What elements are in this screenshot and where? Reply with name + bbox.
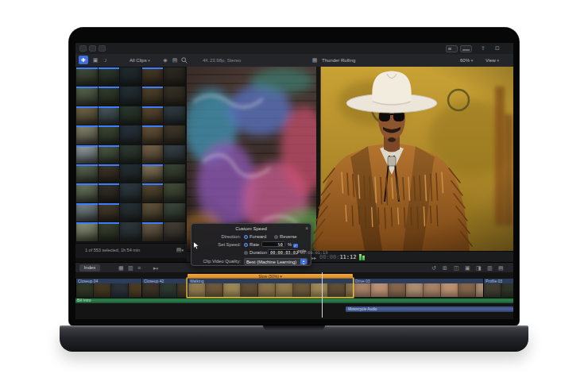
clip-thumbnail[interactable] — [164, 203, 185, 221]
clip-thumbnail[interactable] — [76, 183, 98, 202]
clip-thumbnail[interactable] — [142, 164, 164, 183]
clip-thumbnail[interactable] — [99, 222, 120, 241]
keyword-line — [76, 87, 98, 88]
direction-reverse-radio[interactable]: Reverse — [274, 233, 297, 240]
timeline-clip[interactable]: Closeup 04 — [75, 279, 141, 297]
clip-thumbnail[interactable] — [164, 145, 185, 164]
timeline-clip[interactable]: Drive 03 — [353, 279, 483, 297]
clip-thumbnail[interactable] — [142, 106, 164, 125]
duration-radio[interactable]: Duration — [244, 249, 267, 256]
filmstrip-icon[interactable]: ▤ — [171, 56, 179, 64]
clip-thumbnail[interactable] — [76, 145, 98, 164]
clip-thumbnail[interactable] — [164, 67, 185, 86]
rate-input[interactable]: 50 — [261, 241, 285, 247]
clip-thumbnail[interactable] — [142, 183, 164, 202]
undo-icon[interactable]: ↺ — [431, 264, 436, 272]
clip-thumbnail[interactable] — [120, 87, 141, 105]
connect-icon[interactable]: ◨ — [476, 264, 482, 272]
grid-icon[interactable]: ▦ — [118, 264, 124, 272]
clip-thumbnail[interactable] — [142, 145, 164, 164]
layout-toggle-timeline[interactable] — [460, 45, 472, 52]
clip-thumbnail[interactable] — [164, 183, 185, 202]
clip-thumbnail[interactable] — [120, 145, 141, 164]
rows-icon[interactable]: ▥ — [128, 264, 133, 272]
clip-thumbnail[interactable] — [164, 164, 185, 183]
clip-thumbnail[interactable] — [164, 222, 185, 241]
clip-thumbnail[interactable] — [120, 164, 141, 183]
clip-thumbnail[interactable] — [164, 87, 185, 105]
clip-thumbnail[interactable] — [99, 164, 120, 183]
audio-meters[interactable] — [359, 254, 365, 260]
import-media-button[interactable]: ✚ — [79, 56, 88, 64]
clip-thumbnail[interactable] — [76, 87, 98, 105]
clip-thumbnail[interactable] — [120, 222, 141, 241]
clip-thumbnail[interactable] — [99, 125, 120, 144]
lid-notch — [263, 325, 325, 330]
clip-thumbnail[interactable] — [120, 203, 141, 221]
close-icon[interactable]: × — [305, 225, 308, 231]
clip-thumbnail[interactable] — [76, 125, 98, 144]
fullscreen-icon[interactable]: ▤ — [498, 264, 504, 272]
clip-thumbnail[interactable] — [120, 106, 141, 125]
trim-icon[interactable]: ⊞ — [443, 264, 447, 272]
titles-generators-icon[interactable]: ♪ — [102, 56, 110, 64]
clip-appearance-dropdown[interactable]: ▤▾ — [176, 247, 184, 253]
clip-thumbnail[interactable] — [99, 67, 120, 86]
clip-thumbnail[interactable] — [164, 106, 185, 125]
clip-thumbnail[interactable] — [120, 183, 141, 202]
clip-thumbnail[interactable] — [76, 106, 98, 125]
share-icon[interactable]: ⇧ — [479, 44, 487, 52]
clip-thumbnail[interactable] — [99, 87, 120, 105]
overwrite-icon[interactable]: ◫ — [454, 264, 459, 272]
clip-filter-dropdown[interactable]: All Clips ▾ — [130, 57, 150, 64]
window-button-1[interactable] — [79, 45, 87, 52]
keyword-line — [99, 67, 120, 69]
append-icon[interactable]: ▣ — [465, 264, 470, 272]
rate-radio[interactable]: Rate — [244, 241, 259, 248]
clip-thumbnail[interactable] — [120, 67, 141, 86]
clip-thumbnail[interactable] — [76, 222, 98, 241]
tool-select-dropdown[interactable]: ▸▾ — [153, 264, 158, 272]
clip-thumbnail[interactable] — [142, 222, 164, 241]
clip-thumbnail[interactable] — [99, 145, 120, 164]
index-button[interactable]: Index — [79, 264, 100, 272]
retime-bar[interactable]: Slow (50%) ▾ — [188, 274, 353, 279]
clip-thumbnail[interactable] — [142, 87, 164, 105]
duration-input[interactable]: 00:00:03:02 — [268, 249, 298, 255]
clip-thumbnail[interactable] — [76, 203, 98, 221]
clip-thumbnail[interactable] — [99, 106, 120, 125]
clip-thumbnail[interactable] — [142, 125, 164, 144]
export-icon[interactable]: ⊡ — [493, 44, 501, 52]
clip-thumbnail[interactable] — [99, 203, 120, 221]
photos-audio-icon[interactable]: ▣ — [91, 56, 99, 64]
audio-track-1[interactable]: Bill Intro — [75, 298, 513, 304]
clip-thumbnail[interactable] — [142, 67, 164, 86]
direction-forward-radio[interactable]: Forward — [244, 233, 266, 240]
clip-thumbnail[interactable] — [164, 125, 185, 144]
viewer-view-dropdown[interactable]: View ▾ — [485, 57, 499, 64]
list-icon[interactable]: ≡ — [137, 264, 141, 272]
timeline-clip[interactable]: Profile 03 — [483, 279, 513, 297]
audio-clip-label: Bill Intro — [77, 298, 91, 302]
window-button-3[interactable] — [99, 45, 106, 52]
chevron-down-icon: ▾ — [148, 58, 150, 63]
viewer-zoom-dropdown[interactable]: 60% ▾ — [460, 57, 473, 64]
playhead[interactable] — [322, 272, 323, 318]
clip-thumbnail[interactable] — [142, 203, 164, 221]
radio-off-icon — [274, 235, 278, 239]
clip-thumbnail[interactable] — [76, 67, 98, 86]
search-icon[interactable] — [180, 56, 188, 64]
video-quality-dropdown[interactable]: Best (Machine Learning)▴▾ — [244, 258, 308, 265]
layout-toggle-browser[interactable] — [446, 45, 458, 52]
timeline-clip[interactable]: Closeup 42 — [141, 279, 188, 297]
clip-thumbnail[interactable] — [99, 183, 120, 202]
timeline-clip[interactable]: WalkingSlow (50%) ▾ — [188, 279, 353, 297]
screen: ⇧ ⊡ ✚ ▣ ♪ All Clips ▾ ◈ ▤ 4K 23.98p, Ste… — [75, 43, 513, 319]
clip-thumbnail[interactable] — [76, 164, 98, 183]
window-button-2[interactable] — [89, 45, 96, 52]
insert-icon[interactable]: ▥ — [487, 264, 493, 272]
clip-thumbnail[interactable] — [120, 125, 141, 144]
audio-track-2[interactable]: Motorcycle Audio — [346, 306, 513, 312]
keyword-icon[interactable]: ◈ — [161, 56, 169, 64]
keyword-line — [99, 87, 120, 88]
